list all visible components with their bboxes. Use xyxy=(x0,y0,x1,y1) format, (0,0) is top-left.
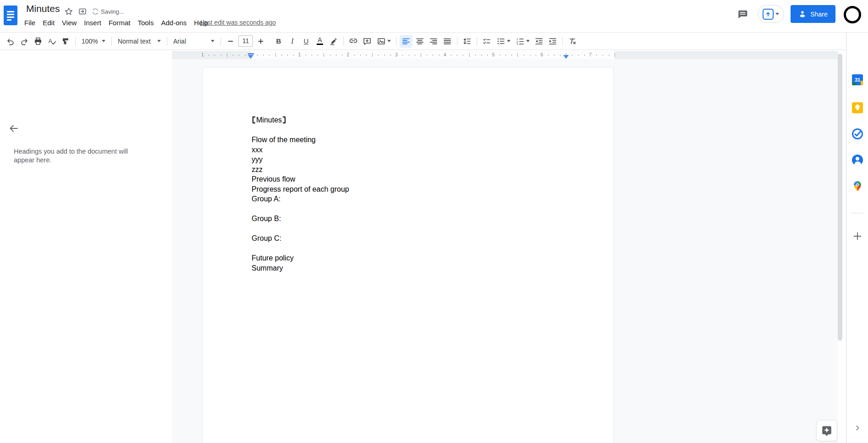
italic-button[interactable]: I xyxy=(286,35,299,48)
comment-history-icon[interactable] xyxy=(734,6,751,23)
bulleted-list-button[interactable] xyxy=(494,35,512,48)
menu-item[interactable]: Format xyxy=(105,17,134,28)
document-text: Minutes Flow of the meetingxxxyyyzzzPrev… xyxy=(252,115,568,273)
document-line[interactable] xyxy=(252,125,568,135)
document-line[interactable]: Previous flow xyxy=(252,174,568,184)
document-line[interactable]: Flow of the meeting xyxy=(252,135,568,145)
toolbar-separator xyxy=(220,37,221,46)
document-line[interactable]: yyy xyxy=(252,155,568,165)
chevron-down-icon xyxy=(211,40,214,42)
current-text-color-swatch xyxy=(317,44,323,45)
add-comment-button[interactable] xyxy=(361,35,374,48)
document-line[interactable]: Minutes xyxy=(252,115,568,125)
align-right-button[interactable] xyxy=(427,35,440,48)
redo-button[interactable] xyxy=(18,35,31,48)
vertical-scrollbar-thumb[interactable] xyxy=(838,54,842,341)
document-page[interactable]: Minutes Flow of the meetingxxxyyyzzzPrev… xyxy=(203,67,614,443)
clear-formatting-button[interactable] xyxy=(566,35,579,48)
undo-button[interactable] xyxy=(4,35,17,48)
present-upload-button[interactable] xyxy=(758,5,784,23)
toolbar: A 100% Normal text Arial 11 B I U A xyxy=(0,32,868,50)
document-line[interactable] xyxy=(252,244,568,254)
decrease-font-size-button[interactable] xyxy=(224,35,237,48)
move-folder-icon[interactable] xyxy=(77,6,88,17)
document-line[interactable]: Group A: xyxy=(252,194,568,204)
line-spacing-button[interactable] xyxy=(461,35,473,48)
zoom-value: 100% xyxy=(82,38,98,45)
highlight-color-button[interactable] xyxy=(327,35,340,48)
spellcheck-button[interactable]: A xyxy=(45,35,58,48)
chevron-down-icon xyxy=(775,13,779,15)
document-line[interactable]: zzz xyxy=(252,165,568,175)
paragraph-style-select[interactable]: Normal text xyxy=(115,35,164,48)
justify-button[interactable] xyxy=(441,35,454,48)
svg-text:A: A xyxy=(49,38,53,44)
share-button[interactable]: Share xyxy=(791,5,835,23)
underline-button[interactable]: U xyxy=(300,35,313,48)
document-title[interactable]: Minutes xyxy=(26,3,60,14)
google-tasks-icon[interactable] xyxy=(852,128,863,140)
right-indent-marker[interactable] xyxy=(563,55,569,59)
print-button[interactable] xyxy=(32,35,44,48)
text-color-button[interactable]: A xyxy=(313,35,326,48)
document-line[interactable]: xxx xyxy=(252,145,568,155)
toolbar-separator xyxy=(477,37,477,46)
menu-item[interactable]: Edit xyxy=(39,17,58,28)
docs-logo-icon[interactable] xyxy=(4,6,17,25)
increase-font-size-button[interactable] xyxy=(254,35,267,48)
insert-image-button[interactable] xyxy=(374,35,393,48)
explore-button[interactable] xyxy=(816,420,837,441)
align-left-button[interactable] xyxy=(400,35,412,48)
paint-format-button[interactable] xyxy=(59,35,72,48)
align-center-button[interactable] xyxy=(413,35,426,48)
insert-link-button[interactable] xyxy=(347,35,360,48)
share-lock-person-icon xyxy=(798,10,807,18)
font-value: Arial xyxy=(173,38,186,45)
ruler[interactable]: 11234567 xyxy=(172,51,838,59)
toolbar-separator xyxy=(111,37,112,46)
upload-arrow-icon xyxy=(763,9,774,20)
left-indent-marker[interactable] xyxy=(248,53,254,59)
decrease-indent-button[interactable] xyxy=(533,35,545,48)
close-outline-button[interactable] xyxy=(6,121,21,136)
google-maps-icon[interactable] xyxy=(852,180,863,192)
menu-item[interactable]: Insert xyxy=(80,17,105,28)
google-keep-icon[interactable] xyxy=(852,102,863,114)
google-calendar-icon[interactable]: 31 xyxy=(852,74,863,86)
checklist-button[interactable] xyxy=(480,35,493,48)
google-contacts-icon[interactable] xyxy=(852,154,863,166)
panel-divider xyxy=(851,213,863,213)
chevron-down-icon xyxy=(507,40,511,42)
chevron-down-icon xyxy=(526,40,530,42)
menu-item[interactable]: Add-ons xyxy=(157,17,190,28)
menu-item[interactable]: View xyxy=(58,17,80,28)
font-size-input[interactable]: 11 xyxy=(238,35,253,47)
show-side-panel-button[interactable] xyxy=(852,422,863,434)
document-line[interactable]: Group B: xyxy=(252,214,568,224)
document-line[interactable] xyxy=(252,204,568,214)
menu-item[interactable]: Tools xyxy=(134,17,157,28)
document-line[interactable]: Group C: xyxy=(252,233,568,244)
bold-button[interactable]: B xyxy=(272,35,285,48)
font-family-select[interactable]: Arial xyxy=(170,35,218,48)
chevron-down-icon xyxy=(102,40,105,42)
svg-text:3: 3 xyxy=(516,43,518,45)
document-line[interactable]: Future policy xyxy=(252,253,568,263)
last-edit-status[interactable]: Last edit was seconds ago xyxy=(200,19,276,26)
menu-item[interactable]: File xyxy=(21,17,39,28)
numbered-list-button[interactable]: 123 xyxy=(513,35,532,48)
document-line[interactable] xyxy=(252,224,568,234)
menu-bar: FileEditViewInsertFormatToolsAdd-onsHelp xyxy=(21,17,212,28)
account-avatar[interactable] xyxy=(844,6,861,23)
toolbar-separator xyxy=(75,37,76,46)
increase-indent-button[interactable] xyxy=(546,35,559,48)
document-line[interactable]: Progress report of each group xyxy=(252,184,568,194)
star-icon[interactable] xyxy=(63,6,74,17)
chevron-right-icon xyxy=(854,424,861,432)
toolbar-separator xyxy=(343,37,344,46)
get-add-ons-button[interactable] xyxy=(852,230,863,242)
zoom-select[interactable]: 100% xyxy=(78,35,109,48)
style-value: Normal text xyxy=(118,38,151,45)
toolbar-separator xyxy=(396,37,396,46)
document-line[interactable]: Summary xyxy=(252,263,568,273)
